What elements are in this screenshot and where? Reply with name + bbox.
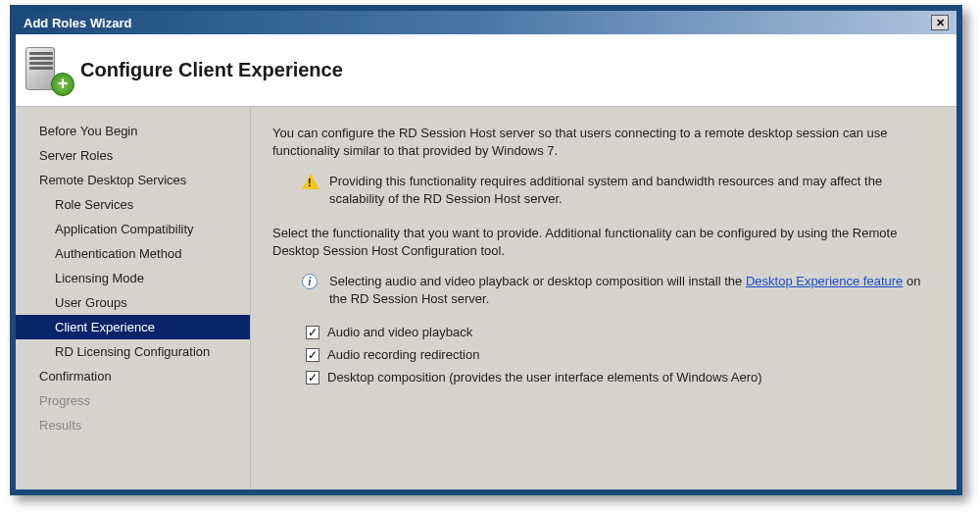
warning-icon: [302, 174, 319, 191]
sidebar-item-server-roles[interactable]: Server Roles: [16, 143, 250, 168]
sidebar-item-before-you-begin[interactable]: Before You Begin: [16, 119, 250, 143]
sidebar-item-licensing-mode[interactable]: Licensing Mode: [16, 266, 250, 290]
sidebar-item-progress: Progress: [16, 388, 250, 413]
sidebar-item-application-compatibility[interactable]: Application Compatibility: [16, 217, 250, 241]
warning-text: Providing this functionality requires ad…: [329, 173, 935, 207]
sidebar-item-role-services[interactable]: Role Services: [16, 192, 250, 217]
checkbox-list: ✓ Audio and video playback ✓ Audio recor…: [306, 325, 935, 385]
sidebar-item-authentication-method[interactable]: Authentication Method: [16, 241, 250, 266]
main-panel: You can configure the RD Session Host se…: [251, 107, 956, 489]
intro-text: You can configure the RD Session Host se…: [272, 125, 935, 159]
server-add-icon: +: [25, 47, 73, 94]
checkbox-audio-recording-redirection[interactable]: ✓ Audio recording redirection: [306, 347, 935, 362]
checkbox-label: Audio and video playback: [327, 325, 472, 339]
instruction-text: Select the functionality that you want t…: [272, 225, 935, 259]
info-notice: i Selecting audio and video playback or …: [302, 273, 935, 307]
checkbox-input[interactable]: ✓: [306, 348, 319, 362]
close-button[interactable]: ✕: [931, 15, 949, 30]
checkbox-input[interactable]: ✓: [306, 326, 319, 339]
sidebar: Before You Begin Server Roles Remote Des…: [16, 107, 251, 489]
info-icon: i: [302, 274, 319, 291]
info-text: Selecting audio and video playback or de…: [329, 273, 935, 307]
wizard-window: Add Roles Wizard ✕ + Configure Client Ex…: [10, 5, 962, 495]
checkbox-label: Desktop composition (provides the user i…: [327, 370, 762, 385]
sidebar-item-results: Results: [16, 413, 250, 437]
checkbox-label: Audio recording redirection: [327, 347, 479, 362]
checkbox-input[interactable]: ✓: [306, 371, 319, 385]
desktop-experience-link[interactable]: Desktop Experience feature: [746, 274, 903, 288]
plus-icon: +: [51, 73, 74, 96]
window-title: Add Roles Wizard: [24, 16, 131, 30]
sidebar-item-rd-licensing-configuration[interactable]: RD Licensing Configuration: [16, 339, 250, 364]
titlebar: Add Roles Wizard ✕: [16, 11, 956, 34]
sidebar-item-remote-desktop-services[interactable]: Remote Desktop Services: [16, 168, 250, 192]
sidebar-item-confirmation[interactable]: Confirmation: [16, 364, 250, 388]
sidebar-item-user-groups[interactable]: User Groups: [16, 290, 250, 315]
page-title: Configure Client Experience: [80, 59, 343, 81]
warning-notice: Providing this functionality requires ad…: [302, 173, 935, 207]
header: + Configure Client Experience: [16, 34, 956, 107]
checkbox-audio-video-playback[interactable]: ✓ Audio and video playback: [306, 325, 935, 339]
content-area: Before You Begin Server Roles Remote Des…: [16, 107, 956, 489]
sidebar-item-client-experience[interactable]: Client Experience: [16, 315, 250, 339]
checkbox-desktop-composition[interactable]: ✓ Desktop composition (provides the user…: [306, 370, 935, 385]
